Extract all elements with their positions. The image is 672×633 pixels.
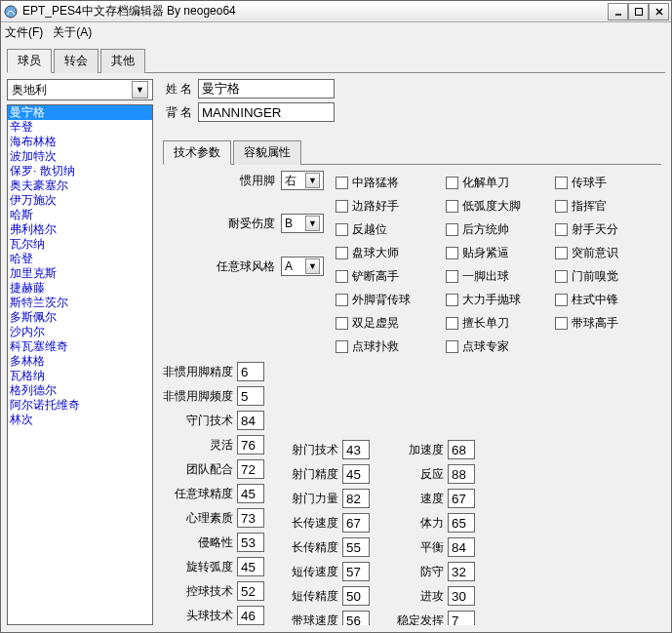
checkbox-icon xyxy=(555,177,568,189)
list-item[interactable]: 多斯佩尔 xyxy=(8,310,152,325)
list-item[interactable]: 奥夫豪塞尔 xyxy=(8,178,152,193)
stat-input[interactable] xyxy=(448,586,475,606)
stat-input[interactable] xyxy=(448,562,475,581)
ability-check[interactable]: 低弧度大脚 xyxy=(446,194,552,218)
tab-transfer[interactable]: 转会 xyxy=(54,49,99,73)
ability-check[interactable]: 突前意识 xyxy=(555,241,661,264)
list-item[interactable]: 海布林格 xyxy=(8,135,152,149)
ability-check[interactable]: 反越位 xyxy=(336,218,442,241)
list-item[interactable]: 伊万施次 xyxy=(8,193,152,208)
stat-input[interactable] xyxy=(448,611,475,625)
stat-input[interactable] xyxy=(342,513,370,533)
stat-input[interactable] xyxy=(448,513,475,533)
stat-input[interactable] xyxy=(237,362,264,381)
stat-row: 加速度 xyxy=(397,440,475,459)
stat-label: 任意球精度 xyxy=(175,486,233,502)
stat-label: 非惯用脚频度 xyxy=(163,388,233,405)
stat-input[interactable] xyxy=(342,586,370,606)
ability-check[interactable]: 点球扑救 xyxy=(336,335,442,358)
stat-input[interactable] xyxy=(342,440,370,459)
fk-combo[interactable]: A ▼ xyxy=(281,257,324,276)
stat-input[interactable] xyxy=(342,562,370,581)
list-item[interactable]: 科瓦塞维奇 xyxy=(8,339,152,354)
ability-check[interactable]: 后方统帅 xyxy=(446,218,552,241)
stat-label: 侵略性 xyxy=(198,534,233,551)
stat-input[interactable] xyxy=(237,484,264,503)
tab-tech-params[interactable]: 技术参数 xyxy=(163,140,231,165)
tab-other[interactable]: 其他 xyxy=(100,49,145,73)
ability-check[interactable]: 边路好手 xyxy=(336,194,442,218)
tab-player[interactable]: 球员 xyxy=(7,49,52,73)
maximize-button[interactable] xyxy=(628,3,649,20)
list-item[interactable]: 多林格 xyxy=(8,354,152,369)
list-item[interactable]: 格列德尔 xyxy=(8,383,152,398)
ability-check[interactable]: 化解单刀 xyxy=(446,171,552,194)
ability-check[interactable]: 铲断高手 xyxy=(336,264,442,288)
country-combo[interactable]: 奥地利 ▼ xyxy=(7,79,153,100)
stat-input[interactable] xyxy=(237,533,264,552)
list-item[interactable]: 哈登 xyxy=(8,252,152,266)
name-input[interactable] xyxy=(198,79,335,99)
tab-appearance[interactable]: 容貌属性 xyxy=(233,140,301,165)
ability-check[interactable]: 传球手 xyxy=(555,171,661,194)
list-item[interactable]: 斯特兰茨尔 xyxy=(8,296,152,310)
stat-input[interactable] xyxy=(342,464,370,484)
ability-check[interactable]: 擅长单刀 xyxy=(446,311,552,335)
ability-check[interactable]: 点球专家 xyxy=(446,335,552,358)
backname-input[interactable] xyxy=(198,102,335,122)
list-item[interactable]: 瓦尔纳 xyxy=(8,237,152,252)
ability-check[interactable]: 门前嗅觉 xyxy=(555,264,661,288)
menu-about[interactable]: 关于(A) xyxy=(53,24,92,41)
ability-check[interactable]: 带球高手 xyxy=(555,311,661,335)
check-label: 大力手抛球 xyxy=(462,292,521,308)
stat-input[interactable] xyxy=(237,508,264,528)
foot-combo[interactable]: 右 ▼ xyxy=(281,171,324,190)
stat-input[interactable] xyxy=(237,606,264,625)
list-item[interactable]: 曼宁格 xyxy=(8,105,152,120)
stat-input[interactable] xyxy=(448,537,475,557)
ability-check[interactable]: 柱式中锋 xyxy=(555,288,661,311)
player-listbox[interactable]: 曼宁格辛登海布林格波加特次保罗· 散切纳奥夫豪塞尔伊万施次哈斯弗利格尔瓦尔纳哈登… xyxy=(7,104,153,625)
ability-check[interactable]: 双足虚晃 xyxy=(336,311,442,335)
list-item[interactable]: 辛登 xyxy=(8,120,152,135)
list-item[interactable]: 加里克斯 xyxy=(8,266,152,281)
checkbox-icon xyxy=(555,270,568,283)
chevron-down-icon: ▼ xyxy=(305,173,320,188)
ability-check[interactable]: 贴身紧逼 xyxy=(446,241,552,264)
ability-check[interactable]: 一脚出球 xyxy=(446,264,552,288)
minimize-button[interactable] xyxy=(608,3,628,20)
menu-file[interactable]: 文件(F) xyxy=(5,24,43,41)
list-item[interactable]: 阿尔诺托维奇 xyxy=(8,398,152,413)
stat-input[interactable] xyxy=(448,464,475,484)
stat-input[interactable] xyxy=(342,611,370,625)
ability-check[interactable]: 大力手抛球 xyxy=(446,288,552,311)
close-button[interactable] xyxy=(649,3,669,20)
stat-input[interactable] xyxy=(237,411,264,430)
list-item[interactable]: 保罗· 散切纳 xyxy=(8,164,152,178)
ability-check[interactable]: 指挥官 xyxy=(555,194,661,218)
list-item[interactable]: 弗利格尔 xyxy=(8,222,152,237)
stat-input[interactable] xyxy=(448,489,475,508)
ability-check[interactable]: 射手天分 xyxy=(555,218,661,241)
stat-input[interactable] xyxy=(237,459,264,479)
list-item[interactable]: 沙内尔 xyxy=(8,325,152,339)
check-label: 外脚背传球 xyxy=(352,292,411,308)
list-item[interactable]: 波加特次 xyxy=(8,149,152,164)
stat-input[interactable] xyxy=(237,386,264,406)
ability-check[interactable]: 外脚背传球 xyxy=(336,288,442,311)
stats-col-right: 加速度反应速度体力平衡防守进攻稳定发挥保持状态 xyxy=(397,362,475,625)
stat-input[interactable] xyxy=(342,489,370,508)
ability-check[interactable]: 中路猛将 xyxy=(336,171,442,194)
stat-input[interactable] xyxy=(448,440,475,459)
list-item[interactable]: 捷赫藤 xyxy=(8,281,152,296)
ability-check[interactable]: 盘球大师 xyxy=(336,241,442,264)
stat-input[interactable] xyxy=(237,435,264,455)
list-item[interactable]: 瓦格纳 xyxy=(8,369,152,383)
injury-combo[interactable]: B ▼ xyxy=(281,214,324,233)
stat-input[interactable] xyxy=(342,537,370,557)
stat-input[interactable] xyxy=(237,581,264,601)
check-label: 点球扑救 xyxy=(352,338,399,355)
stat-input[interactable] xyxy=(237,557,264,576)
list-item[interactable]: 哈斯 xyxy=(8,208,152,222)
list-item[interactable]: 林次 xyxy=(8,413,152,427)
